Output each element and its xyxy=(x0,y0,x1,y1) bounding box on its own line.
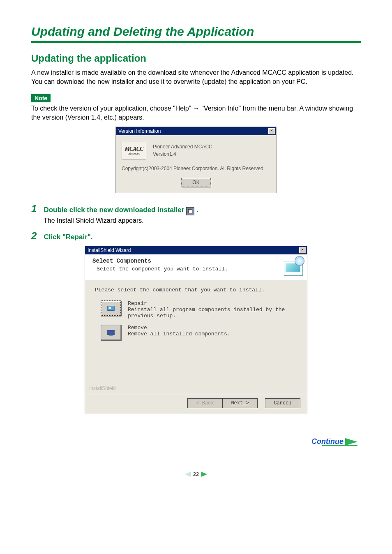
option-repair[interactable]: Repair Reinstall all program components … xyxy=(101,300,300,319)
mcacc-logo: MCACC advanced xyxy=(122,141,146,160)
continue-link[interactable]: Continue xyxy=(31,437,361,446)
step-2: 2 Click "Repair". xyxy=(31,230,361,242)
installshield-logo-icon xyxy=(284,258,303,276)
step-1-title: Double click the new downloaded installe… xyxy=(44,206,198,214)
option-repair-desc: Reinstall all program components install… xyxy=(128,307,300,319)
step-number: 2 xyxy=(31,230,42,242)
wizard-header: Select Components Select the component y… xyxy=(85,254,307,280)
continue-label: Continue xyxy=(311,437,344,446)
logo-sub-text: advanced xyxy=(128,152,141,155)
option-remove[interactable]: Remove Remove all installed components. xyxy=(101,325,300,340)
wizard-header-title: Select Components xyxy=(92,258,228,264)
svg-rect-1 xyxy=(109,307,111,309)
step-number: 1 xyxy=(31,203,42,215)
arrow-icon: → xyxy=(193,105,200,112)
dialog-titlebar: InstallShield Wizard × xyxy=(85,246,307,254)
ok-button[interactable]: OK xyxy=(181,178,211,187)
wizard-instruction: Please select the component that you wan… xyxy=(95,287,300,293)
dialog-body: MCACC advanced Pioneer Advanced MCACC Ve… xyxy=(116,135,276,193)
installshield-brand: InstallShield xyxy=(89,385,116,391)
step-1-title-b: . xyxy=(196,206,198,214)
document-page: Updating and Deleting the Application Up… xyxy=(0,0,392,494)
product-name: Pioneer Advanced MCACC xyxy=(153,144,212,150)
repair-icon xyxy=(101,300,121,316)
cancel-button[interactable]: Cancel xyxy=(265,398,300,408)
option-remove-desc: Remove all installed components. xyxy=(128,331,231,337)
page-title: Updating and Deleting the Application xyxy=(31,25,361,39)
step-1-body: The Install Shield Wizard appears. xyxy=(44,217,361,224)
close-icon[interactable]: × xyxy=(268,128,275,134)
back-button: < Back xyxy=(187,398,223,408)
step-1: 1 Double click the new downloaded instal… xyxy=(31,203,361,215)
version-info-dialog: Version Information × MCACC advanced Pio… xyxy=(115,127,277,193)
copyright-text: Copyright(c)2003-2004 Pioneer Corporatio… xyxy=(122,166,270,171)
note-text: To check the version of your application… xyxy=(31,104,361,122)
remove-icon xyxy=(101,325,121,340)
note-text-before: To check the version of your application… xyxy=(31,105,193,112)
next-button[interactable]: Next > xyxy=(222,398,258,408)
svg-rect-2 xyxy=(108,330,115,335)
option-repair-title: Repair xyxy=(128,300,300,307)
page-number-value: 22 xyxy=(193,471,199,477)
continue-arrow-icon xyxy=(345,438,357,446)
wizard-content: Please select the component that you wan… xyxy=(85,280,307,394)
wizard-header-subtitle: Select the component you want to install… xyxy=(97,266,228,272)
page-number: 22 xyxy=(31,471,361,477)
option-remove-title: Remove xyxy=(128,325,231,331)
wizard-footer: < Back Next > Cancel xyxy=(85,394,307,414)
section-heading: Updating the application xyxy=(31,53,361,64)
title-divider xyxy=(31,41,361,43)
product-version: Version1.4 xyxy=(153,151,212,157)
dialog-title: InstallShield Wizard xyxy=(88,247,131,253)
page-arrow-left-icon xyxy=(185,472,191,477)
installer-file-icon xyxy=(186,207,194,215)
dialog-titlebar: Version Information × xyxy=(116,127,276,135)
note-badge: Note xyxy=(31,94,51,102)
page-arrow-right-icon xyxy=(201,472,207,477)
svg-rect-3 xyxy=(109,335,113,336)
close-icon[interactable]: × xyxy=(299,247,306,254)
section-body: A new installer is made available on the… xyxy=(31,68,361,86)
dialog-title: Version Information xyxy=(118,128,161,134)
step-1-title-a: Double click the new downloaded installe… xyxy=(44,206,186,214)
version-lines: Pioneer Advanced MCACC Version1.4 xyxy=(153,142,212,159)
installshield-wizard-dialog: InstallShield Wizard × Select Components… xyxy=(85,246,307,414)
step-2-title: Click "Repair". xyxy=(44,233,92,241)
